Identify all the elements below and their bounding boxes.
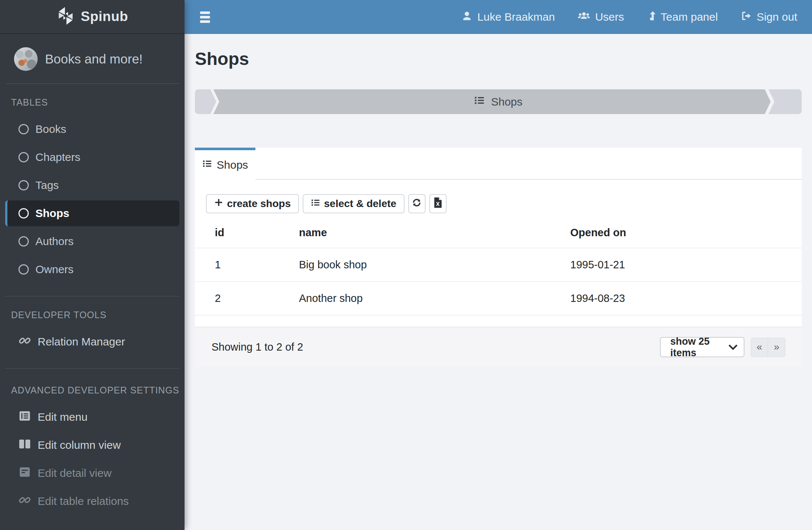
pinwheel-logo-icon — [56, 7, 75, 27]
sidebar-item-shops[interactable]: Shops — [5, 200, 179, 226]
sidebar-item-tags[interactable]: Tags — [0, 171, 185, 199]
link-icon — [18, 494, 31, 509]
user-icon — [461, 10, 472, 24]
breadcrumb: Shops — [195, 89, 802, 114]
sidebar-advanced-nav: Edit menu Edit column view Edit detail v… — [0, 403, 185, 515]
list-icon — [202, 159, 212, 171]
shops-panel: Shops create shops select & delete — [195, 148, 802, 367]
topbar-team-panel-label: Team panel — [661, 11, 718, 23]
circle-icon — [18, 236, 29, 247]
page-size-select[interactable]: show 25 items — [660, 337, 744, 357]
tab-label: Shops — [217, 159, 248, 171]
workspace-profile: Books and more! — [0, 34, 185, 83]
sidebar-divider — [5, 83, 179, 84]
sidebar-section-tables: TABLES — [11, 97, 185, 108]
sidebar-item-edit-table-relations[interactable]: Edit table relations — [0, 487, 185, 515]
menu-toggle-button[interactable] — [200, 10, 213, 24]
circle-icon — [18, 152, 29, 162]
workspace-avatar — [14, 47, 38, 71]
pagination: « » — [751, 338, 785, 357]
plus-icon — [214, 198, 223, 210]
topbar-user-label: Luke Braakman — [477, 11, 555, 23]
cell-opened-on: 1994-08-23 — [561, 282, 802, 315]
sidebar-item-owners[interactable]: Owners — [0, 255, 185, 283]
menu-icon — [200, 11, 210, 14]
breadcrumb-label: Shops — [491, 96, 522, 108]
users-icon — [578, 10, 590, 24]
table-row[interactable]: 1 Big book shop 1995-01-21 — [195, 248, 802, 282]
cell-name: Another shop — [290, 282, 561, 315]
refresh-button[interactable] — [408, 194, 426, 213]
pagination-prev-button[interactable]: « — [751, 338, 768, 357]
toolbar: create shops select & delete — [206, 194, 802, 213]
table-row[interactable]: 2 Another shop 1994-08-23 — [195, 282, 802, 315]
circle-icon — [18, 208, 29, 218]
page-title: Shops — [195, 49, 812, 69]
topbar-users-link[interactable]: Users — [578, 10, 624, 24]
sidebar-tables-nav: Books Chapters Tags Shops Authors Owners — [0, 115, 185, 283]
screen: Luke Braakman Users Team panel Sign out — [0, 0, 812, 530]
sidebar-divider — [5, 296, 179, 296]
list-alt-icon — [18, 410, 31, 425]
shops-table: id name Opened on 1 Big book shop 1995-0… — [195, 221, 802, 316]
circle-icon — [18, 180, 29, 190]
export-excel-button[interactable] — [429, 194, 447, 213]
sidebar-item-relation-manager[interactable]: Relation Manager — [0, 328, 185, 356]
column-header-id: id — [195, 221, 290, 248]
tab-shops[interactable]: Shops — [195, 148, 255, 180]
cell-id: 2 — [195, 282, 290, 315]
sidebar-item-edit-menu[interactable]: Edit menu — [0, 403, 185, 431]
sidebar-item-authors[interactable]: Authors — [0, 227, 185, 255]
level-up-icon — [647, 10, 656, 24]
cell-id: 1 — [195, 248, 290, 282]
list-icon — [311, 198, 320, 210]
cell-opened-on: 1995-01-21 — [561, 248, 802, 282]
sidebar-item-books[interactable]: Books — [0, 115, 185, 143]
topbar-sign-out-label: Sign out — [757, 11, 797, 23]
create-shops-button[interactable]: create shops — [206, 194, 299, 213]
brand[interactable]: Spinub — [0, 0, 185, 34]
topbar-users-label: Users — [595, 11, 624, 23]
column-header-opened-on: Opened on — [561, 221, 802, 248]
sidebar-item-chapters[interactable]: Chapters — [0, 143, 185, 171]
sidebar-section-advanced: ADVANCED DEVELOPER SETTINGS — [11, 385, 185, 396]
topbar-sign-out-link[interactable]: Sign out — [741, 10, 797, 24]
main-content: Shops Shops Shops — [185, 34, 812, 530]
sidebar: Spinub Books and more! TABLES Books Chap… — [0, 0, 185, 530]
circle-icon — [18, 124, 29, 134]
select-delete-button[interactable]: select & delete — [303, 194, 405, 213]
table-header-row: id name Opened on — [195, 221, 802, 248]
cell-name: Big book shop — [290, 248, 561, 282]
detail-view-icon — [18, 466, 31, 481]
sidebar-divider — [5, 368, 179, 369]
tabs-row: Shops — [195, 148, 802, 180]
footer-controls: show 25 items « » — [660, 337, 785, 357]
showing-status: Showing 1 to 2 of 2 — [211, 341, 303, 353]
link-icon — [18, 334, 31, 350]
column-header-name: name — [290, 221, 561, 248]
sidebar-item-edit-column-view[interactable]: Edit column view — [0, 431, 185, 459]
refresh-icon — [412, 197, 422, 210]
sign-out-icon — [741, 10, 752, 24]
sidebar-section-devtools: DEVELOPER TOOLS — [11, 310, 185, 320]
columns-icon — [18, 438, 31, 453]
breadcrumb-item-shops[interactable]: Shops — [195, 89, 802, 114]
workspace-name: Books and more! — [45, 52, 143, 66]
topbar-team-panel-link[interactable]: Team panel — [647, 10, 718, 24]
chevron-down-icon — [728, 344, 738, 350]
circle-icon — [18, 264, 29, 275]
topbar-nav: Luke Braakman Users Team panel Sign out — [461, 10, 812, 24]
sidebar-devtools-nav: Relation Manager — [0, 328, 185, 356]
topbar: Luke Braakman Users Team panel Sign out — [185, 0, 812, 34]
table-footer: Showing 1 to 2 of 2 show 25 items « » — [195, 327, 802, 367]
sidebar-item-edit-detail-view[interactable]: Edit detail view — [0, 459, 185, 487]
list-icon — [474, 95, 485, 109]
page-size-label: show 25 items — [670, 336, 725, 359]
excel-export-icon — [433, 197, 443, 210]
topbar-user-link[interactable]: Luke Braakman — [461, 10, 555, 24]
pagination-next-button[interactable]: » — [768, 338, 785, 357]
brand-name: Spinub — [81, 9, 128, 24]
